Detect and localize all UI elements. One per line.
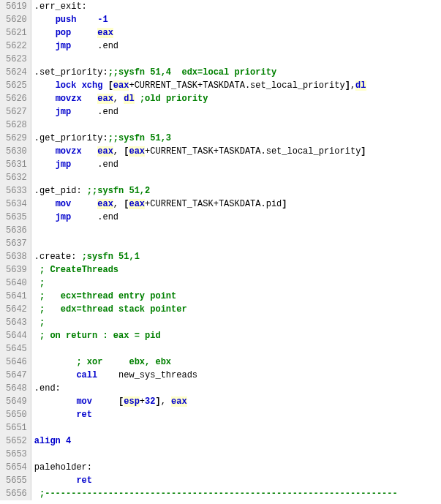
token-reg: eax (129, 146, 145, 157)
token-ident (34, 475, 77, 486)
token-kw: push (56, 15, 77, 25)
token-ident (34, 41, 56, 51)
code-line: .get_priority:;;sysfn 51,3 (34, 132, 438, 145)
line-number: 5654 (6, 461, 27, 474)
line-number: 5647 (6, 369, 27, 382)
token-ident: +CURRENT_TASK+TASKDATA.set_local_priorit… (145, 146, 361, 157)
line-number: 5649 (6, 395, 27, 408)
token-ident (34, 107, 56, 117)
token-ident: , (113, 94, 124, 104)
token-ident (82, 94, 98, 104)
token-ident (34, 94, 56, 104)
token-bld: [ (108, 80, 113, 91)
code-line: jmp .end (34, 40, 438, 53)
token-ident (92, 396, 118, 407)
line-number: 5640 (6, 277, 27, 290)
code-line (34, 342, 438, 356)
line-number: 5624 (6, 66, 27, 79)
token-ident (34, 80, 56, 91)
token-reg: eax (129, 199, 145, 209)
token-ident (102, 80, 108, 91)
code-area: .err_exit: push -1 pop eax jmp .end.set_… (31, 0, 441, 500)
token-reg: esp (124, 396, 140, 407)
line-number: 5639 (6, 263, 27, 277)
token-ident (34, 278, 39, 288)
line-number: 5653 (6, 448, 27, 461)
code-line (34, 448, 438, 461)
token-cmt: ;;sysfn 51,2 (87, 186, 150, 196)
code-line: movzx eax, dl ;old priority (34, 92, 438, 105)
line-number: 5631 (6, 158, 27, 171)
line-number: 5643 (6, 316, 27, 329)
token-cmt: ;;sysfn 51,4 edx=local priority (108, 67, 276, 78)
code-line: jmp .end (34, 211, 438, 224)
code-line: mov [esp+32], eax (34, 395, 438, 408)
token-ident (34, 28, 56, 38)
token-ident: new_sys_threads (97, 370, 197, 380)
token-cmt: ;old priority (140, 94, 208, 104)
token-cmt: ; ecx=thread entry point (39, 291, 176, 301)
token-kw: jmp (56, 212, 72, 222)
token-num: 4 (66, 436, 71, 446)
token-bld: ] (282, 199, 287, 209)
token-kw: mov (76, 396, 92, 407)
token-num: 32 (145, 396, 155, 407)
token-num: -1 (97, 15, 108, 25)
token-cmt: ; on return : eax = pid (39, 331, 161, 341)
token-ident: .end (71, 107, 118, 117)
token-ident: +CURRENT_TASK+TASKDATA.set_local_priorit… (129, 80, 344, 91)
line-number: 5636 (6, 224, 27, 237)
code-line: .err_exit: (34, 0, 438, 13)
code-line: .end: (34, 382, 438, 395)
token-ident (34, 159, 56, 170)
code-line: align 4 (34, 435, 438, 448)
code-line: mov eax, [eax+CURRENT_TASK+TASKDATA.pid] (34, 198, 438, 211)
line-number: 5642 (6, 303, 27, 316)
code-line: ; (34, 316, 438, 329)
token-ident (135, 94, 140, 104)
line-number: 5645 (6, 342, 27, 356)
code-line: ; xor ebx, ebx (34, 356, 438, 369)
token-lbl: .end: (34, 383, 61, 394)
line-number: 5634 (6, 198, 27, 211)
line-number: 5637 (6, 237, 27, 250)
token-cmt: ; (39, 317, 45, 328)
token-kw: lock xchg (56, 80, 103, 91)
token-cmt: ;---------------------------------------… (39, 489, 398, 499)
token-ident (34, 317, 39, 328)
token-lbl: .get_priority: (34, 133, 108, 143)
token-kw: ret (76, 475, 92, 486)
token-ident (82, 146, 98, 157)
token-ident (34, 15, 56, 25)
token-reg: eax (171, 396, 187, 407)
token-cmt: ; xor ebx, ebx (76, 357, 171, 367)
line-number: 5633 (6, 184, 27, 198)
code-line: jmp .end (34, 105, 438, 119)
line-number: 5621 (6, 26, 27, 40)
code-line (34, 119, 438, 132)
token-kw: movzx (56, 94, 82, 104)
code-line: ret (34, 408, 438, 421)
token-lbl: .err_exit: (34, 1, 87, 12)
token-reg: eax (97, 146, 113, 157)
line-number: 5629 (6, 132, 27, 145)
token-reg: eax (97, 199, 113, 209)
token-ident (34, 489, 39, 499)
line-number: 5632 (6, 171, 27, 184)
code-line: ;---------------------------------------… (34, 487, 438, 500)
line-number: 5623 (6, 53, 27, 66)
code-line: ; CreateThreads (34, 263, 438, 277)
line-number: 5628 (6, 119, 27, 132)
code-line: paleholder: (34, 461, 438, 474)
line-number: 5635 (6, 211, 27, 224)
line-number-gutter: 5619562056215622562356245625562656275628… (0, 0, 31, 500)
token-bld: ] (345, 80, 350, 91)
line-number: 5622 (6, 40, 27, 53)
token-ident (34, 291, 39, 301)
token-lbl: paleholder: (34, 462, 92, 473)
token-cmt: ;sysfn 51,1 (82, 252, 140, 262)
token-reg: dl (124, 94, 134, 104)
code-line: ; edx=thread stack pointer (34, 303, 438, 316)
token-ident (34, 396, 77, 407)
code-line: ; (34, 277, 438, 290)
